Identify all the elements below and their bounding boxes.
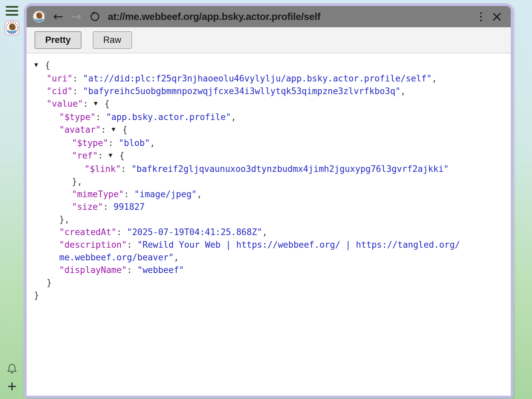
json-line: "cid": "bafyreihc5uobgbmmnpozwqjfcxe34i3…: [27, 85, 503, 97]
hamburger-menu-icon[interactable]: [6, 6, 18, 16]
json-token-string: "webbeef": [137, 265, 184, 275]
json-line: }: [27, 289, 503, 302]
site-favicon-icon: [33, 10, 45, 23]
json-token-punct: :: [72, 86, 83, 96]
json-line: "uri": "at://did:plc:f25qr3njhaoeolu46vy…: [27, 72, 503, 85]
json-token-punct: :: [98, 151, 108, 161]
browser-window: ← → at://me.webbeef.org/app.bsky.actor.p…: [24, 3, 513, 398]
beaver-avatar-icon: [5, 21, 19, 35]
pretty-tab-button[interactable]: Pretty: [35, 31, 81, 49]
collapse-toggle-icon[interactable]: ▼: [93, 97, 99, 109]
back-button[interactable]: ←: [53, 11, 63, 23]
json-viewer: ▼ {"uri": "at://did:plc:f25qr3njhaoeolu4…: [27, 54, 511, 396]
json-token-punct: ,: [262, 227, 268, 237]
json-token-punct: {: [99, 99, 109, 109]
json-token-key: "cid": [47, 86, 72, 96]
json-token-punct: {: [40, 60, 50, 70]
beaver-avatar[interactable]: [4, 20, 20, 36]
new-window-plus-icon[interactable]: +: [7, 380, 17, 393]
json-line: "createdAt": "2025-07-19T04:41:25.868Z",: [27, 226, 503, 238]
json-token-punct: :: [116, 227, 127, 237]
json-token-string: "image/jpeg": [134, 189, 197, 199]
hamburger-bar: [6, 6, 18, 8]
json-token-punct: :: [127, 265, 137, 275]
json-token-punct: {: [114, 151, 124, 161]
json-line: "avatar": ▼ {: [27, 123, 503, 137]
json-token-key: "uri": [47, 73, 72, 83]
json-token-string: "Rewild Your Web | https://webbeef.org/ …: [137, 240, 460, 250]
json-token-string: "bafkreif2gljqvaunuxoo3dtynzbudmx4jimh2j…: [131, 164, 449, 174]
json-token-punct: :: [121, 164, 131, 174]
json-line: "description": "Rewild Your Web | https:…: [27, 238, 503, 264]
json-token-punct: :: [108, 138, 119, 148]
json-token-string: "bafyreihc5uobgbmmnpozwqjfcxe34i3wllytqk…: [83, 86, 401, 96]
json-token-key: "$link": [84, 164, 121, 174]
kebab-dot: [480, 12, 482, 14]
collapse-toggle-icon[interactable]: ▼: [34, 58, 40, 71]
json-line: "mimeType": "image/jpeg",: [27, 188, 503, 200]
hamburger-bar: [6, 14, 18, 16]
json-token-punct: ,: [432, 73, 437, 83]
json-token-punct: :: [101, 125, 111, 135]
json-token-punct: ,: [231, 112, 236, 122]
json-token-key: "$type": [72, 138, 108, 148]
json-line: "size": 991827: [27, 200, 503, 213]
json-token-punct: ,: [150, 138, 155, 148]
json-token-string: me.webbeef.org/beaver": [59, 252, 174, 262]
json-line: "$type": "blob",: [27, 137, 503, 149]
json-line: "displayName": "webbeef": [27, 264, 503, 276]
json-token-key: "description": [59, 240, 127, 250]
json-token-punct: :: [83, 99, 93, 109]
json-token-string: "2025-07-19T04:41:25.868Z": [127, 227, 262, 237]
json-token-punct: :: [103, 202, 113, 212]
json-token-punct: :: [127, 240, 137, 250]
json-token-string: "blob": [119, 138, 150, 148]
json-line: ▼ {: [27, 59, 503, 72]
json-line: "value": ▼ {: [27, 97, 503, 111]
json-token-punct: }: [47, 278, 52, 288]
notifications-bell-icon[interactable]: [6, 362, 18, 375]
json-token-key: "value": [47, 99, 83, 109]
json-token-key: "$type": [59, 112, 96, 122]
sidebar: +: [0, 0, 24, 399]
collapse-toggle-icon[interactable]: ▼: [111, 123, 117, 135]
titlebar: ← → at://me.webbeef.org/app.bsky.actor.p…: [27, 6, 511, 27]
json-token-number: 991827: [113, 202, 145, 212]
forward-button[interactable]: →: [71, 11, 81, 23]
json-token-punct: ,: [400, 86, 406, 96]
json-line: }: [27, 276, 503, 289]
json-token-key: "size": [72, 202, 103, 212]
collapse-toggle-icon[interactable]: ▼: [108, 149, 114, 161]
view-mode-toolbar: Pretty Raw: [27, 27, 511, 54]
json-token-key: "createdAt": [59, 227, 116, 237]
json-token-punct: :: [124, 189, 134, 199]
json-line: "ref": ▼ {: [27, 149, 503, 163]
json-line: "$type": "app.bsky.actor.profile",: [27, 111, 503, 123]
reload-button[interactable]: [89, 11, 100, 22]
json-token-string: "app.bsky.actor.profile": [106, 112, 231, 122]
json-token-punct: {: [117, 125, 127, 135]
json-line: },: [27, 213, 503, 226]
json-token-string: "at://did:plc:f25qr3njhaoeolu46vylylju/a…: [83, 73, 432, 83]
json-token-punct: },: [72, 177, 82, 187]
json-token-punct: ,: [197, 189, 202, 199]
json-token-key: "avatar": [59, 125, 101, 135]
json-token-key: "mimeType": [72, 189, 124, 199]
menu-kebab-icon[interactable]: [479, 11, 483, 23]
json-token-punct: :: [72, 73, 83, 83]
address-url[interactable]: at://me.webbeef.org/app.bsky.actor.profi…: [108, 11, 320, 22]
json-line: },: [27, 175, 503, 188]
json-line: "$link": "bafkreif2gljqvaunuxoo3dtynzbud…: [27, 163, 503, 175]
json-token-punct: :: [96, 112, 106, 122]
kebab-dot: [480, 20, 482, 21]
kebab-dot: [480, 16, 482, 18]
json-token-punct: },: [59, 214, 69, 224]
hamburger-bar: [6, 10, 18, 12]
json-token-key: "displayName": [59, 265, 127, 275]
raw-tab-button[interactable]: Raw: [93, 31, 132, 49]
json-token-key: "ref": [72, 151, 98, 161]
close-icon[interactable]: ×: [491, 11, 503, 23]
json-token-punct: ,: [174, 252, 179, 262]
json-token-punct: }: [34, 290, 39, 300]
